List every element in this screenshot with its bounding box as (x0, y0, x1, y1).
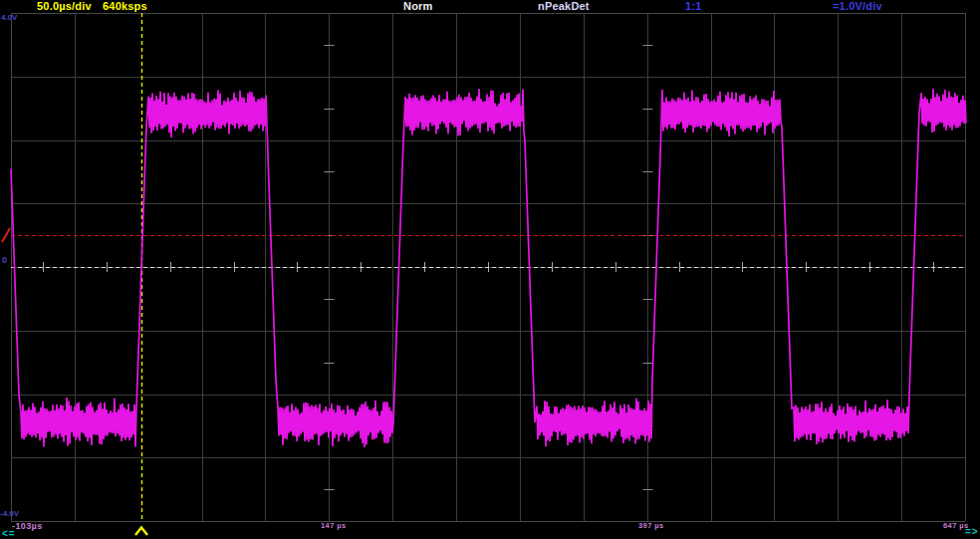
ground-channel-label[interactable]: 0 (2, 256, 7, 265)
scope-canvas (0, 0, 980, 539)
time-label-1: 147 µs (321, 522, 347, 530)
trigger-level-marker-icon (2, 228, 10, 242)
trigger-position-marker-icon (135, 528, 147, 536)
bottom-voltage-label: -4.0V (0, 510, 19, 518)
scroll-left-arrow[interactable]: <= (2, 529, 16, 539)
scroll-right-arrow[interactable]: => (965, 527, 979, 537)
top-voltage-label: 4.0V (1, 14, 17, 22)
time-label-0: -103µs (12, 522, 43, 531)
time-label-2: 397 µs (638, 522, 664, 530)
oscilloscope-screen: 50.0µs/div 640ksps Norm nPeakDet 1:1 =1.… (0, 0, 980, 539)
